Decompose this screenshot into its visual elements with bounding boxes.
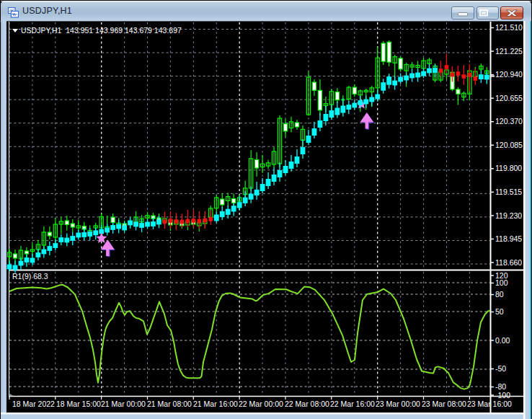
svg-text:22 Mar 00:00: 22 Mar 00:00 bbox=[239, 400, 283, 408]
svg-text:80: 80 bbox=[495, 290, 504, 299]
svg-text:121.510: 121.510 bbox=[495, 23, 523, 32]
svg-text:120.940: 120.940 bbox=[495, 70, 523, 79]
svg-text:-100: -100 bbox=[495, 391, 510, 400]
svg-text:50: 50 bbox=[495, 307, 504, 316]
svg-text:23 Mar 00:00: 23 Mar 00:00 bbox=[376, 400, 420, 408]
svg-text:22 Mar 08:00: 22 Mar 08:00 bbox=[285, 400, 329, 408]
svg-text:21 Mar 00:00: 21 Mar 00:00 bbox=[101, 400, 146, 408]
svg-text:23 Mar 08:00: 23 Mar 08:00 bbox=[422, 400, 466, 408]
svg-text:119.230: 119.230 bbox=[495, 211, 522, 220]
svg-text:USDJPY,H1 143.951 143.969 143: USDJPY,H1 143.951 143.969 143.679 143.69… bbox=[21, 26, 182, 35]
svg-text:120.655: 120.655 bbox=[495, 94, 523, 102]
svg-text:23 Mar 16:00: 23 Mar 16:00 bbox=[467, 400, 512, 408]
svg-text:-50: -50 bbox=[495, 364, 506, 373]
svg-text:100: 100 bbox=[495, 278, 508, 287]
svg-text:18 Mar 2022: 18 Mar 2022 bbox=[12, 400, 55, 408]
svg-text:-80: -80 bbox=[495, 382, 506, 391]
svg-text:120.370: 120.370 bbox=[495, 117, 523, 125]
svg-text:119.800: 119.800 bbox=[495, 164, 522, 172]
svg-text:18 Mar 15:00: 18 Mar 15:00 bbox=[56, 400, 101, 408]
svg-text:118.660: 118.660 bbox=[495, 258, 522, 267]
svg-text:0.00: 0.00 bbox=[495, 336, 510, 345]
svg-text:22 Mar 16:00: 22 Mar 16:00 bbox=[330, 400, 375, 408]
svg-text:21 Mar 16:00: 21 Mar 16:00 bbox=[193, 400, 238, 408]
svg-text:118.945: 118.945 bbox=[495, 234, 522, 243]
svg-text:R1(9) 68.3: R1(9) 68.3 bbox=[12, 272, 48, 281]
svg-text:120.085: 120.085 bbox=[495, 141, 523, 149]
svg-text:119.515: 119.515 bbox=[495, 188, 522, 196]
svg-text:121.225: 121.225 bbox=[495, 47, 523, 56]
svg-text:21 Mar 08:00: 21 Mar 08:00 bbox=[147, 400, 192, 408]
